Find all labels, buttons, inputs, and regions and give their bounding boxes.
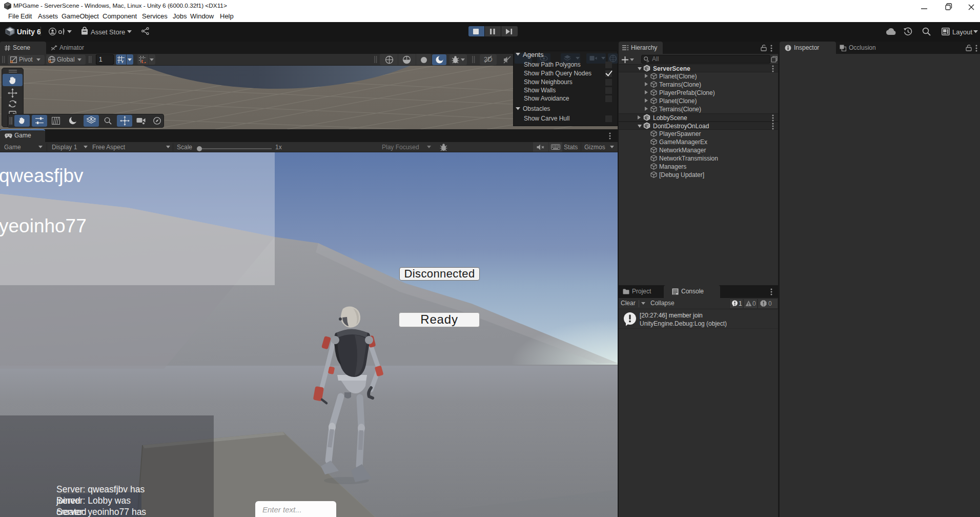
svg-text:Y: Y: [121, 59, 124, 63]
